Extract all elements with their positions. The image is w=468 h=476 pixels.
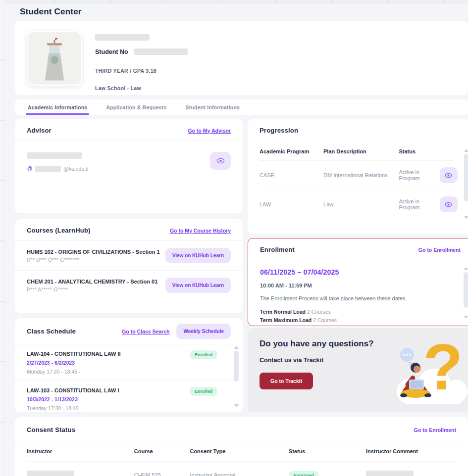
course-instructor: R** D*** Ö*** G******* [27,257,160,263]
view-on-kuhub-learn-button[interactable]: View on KUHub Learn [165,248,231,263]
term-normal-load: Term Normal Load 2 Courses [260,308,451,316]
advisor-info: @ @ku.edu.tr [27,152,89,172]
plan-cell: Law [323,201,399,207]
tab-application-requests[interactable]: Application & Requests [106,99,166,115]
progression-view-button[interactable] [440,196,458,212]
class-schedule-card: Class Schedule Go to Class Search Weekly… [15,318,243,412]
advisor-email-suffix: @ku.edu.tr [63,166,89,172]
questions-card: Do you have any questions? Contact us vi… [248,328,468,412]
instructor-name-redacted [27,471,74,476]
go-to-class-search-link[interactable]: Go to Class Search [122,329,169,334]
enrollment-title: Enrollment [260,246,295,253]
scroll-down-icon[interactable] [464,216,468,219]
tower-illustration [28,32,81,85]
column-academic-program: Academic Program [260,148,323,154]
column-instructor: Instructor [27,448,134,454]
university-tower-image [27,31,82,86]
term-normal-load-label: Term Normal Load [260,309,306,315]
instructor-comment-redacted [366,471,414,476]
tab-student-informations[interactable]: Student Informations [186,99,240,115]
consent-go-to-enrollment-link[interactable]: Go to Enrollment [414,427,456,433]
advisor-view-button[interactable] [210,152,231,170]
class-dates: 2/27/2023 - 6/2/2023 [27,360,223,366]
column-status: Status [289,448,366,454]
at-icon: @ [27,166,33,172]
scroll-thumb[interactable] [464,154,468,201]
consent-status-title: Consent Status [27,426,75,433]
consent-header-row: Instructor Course Consent Type Status In… [27,440,456,462]
enrollment-date-range: 06/11/2025 – 07/04/2025 [260,268,451,276]
scroll-down-icon[interactable] [464,316,468,319]
advisor-card: Advisor Go to My Advisor @ @ku.edu.tr [15,119,243,213]
progression-table: Academic Program Plan Description Status… [248,141,468,219]
progression-header-row: Academic Program Plan Description Status [260,143,453,161]
go-to-enrollment-link[interactable]: Go to Enrollment [418,247,461,253]
view-on-kuhub-learn-button[interactable]: View on KUHub Learn [165,278,231,293]
program-cell: CASE [260,172,323,178]
go-to-course-history-link[interactable]: Go to My Course History [170,228,231,234]
go-to-trackit-button[interactable]: Go to Trackit [260,373,313,389]
course-name: CHEM 201 - ANALYTICAL CHEMISTRY - Sectio… [27,279,157,285]
weekly-schedule-button[interactable]: Weekly Schedule [176,324,231,339]
course-row: HUMS 102 - ORIGINS OF CIVILIZATIONS - Se… [15,241,243,271]
scroll-thumb[interactable] [464,272,468,308]
progression-card: Progression Academic Program Plan Descri… [248,119,468,234]
student-center-page: Student Center Student No THIR [5,3,468,476]
approved-badge: Approved [289,471,318,476]
course-name: HUMS 102 - ORIGINS OF CIVILIZATIONS - Se… [27,249,160,255]
scroll-up-icon[interactable] [464,267,468,270]
schedule-scrollbar[interactable] [234,346,239,407]
plan-cell: DM International Relations [323,172,399,178]
left-column: Advisor Go to My Advisor @ @ku.edu.tr [15,119,243,412]
term-normal-load-value: 2 Courses [307,309,331,315]
window-top-edge [0,0,468,3]
column-plan-description: Plan Description [323,148,399,154]
advisor-name-redacted [27,152,82,159]
questions-title: Do you have any questions? [260,339,374,349]
progression-row: LAW Law Active in Program [260,190,453,219]
term-maximum-load: Term Maximum Load 2 Courses [260,316,451,325]
progression-row: CASE DM International Relations Active i… [260,161,453,190]
enrolled-badge: Enrolled [190,350,217,359]
enrollment-description: The Enrollment Process will take place b… [260,294,409,303]
eye-icon [445,173,452,178]
page-title: Student Center [20,7,468,17]
schedule-row: LAW-104 - CONSTITUTIONAL LAW II 2/27/202… [15,344,243,381]
question-mark-illustration: ? [387,331,468,410]
profile-info: Student No THIRD YEAR / GPA 3.18 Law Sch… [95,31,188,85]
schedule-row: LAW-103 - CONSTITUTIONAL LAW I 10/3/2022… [15,381,243,418]
student-name-redacted [95,34,150,41]
eye-icon [216,158,225,164]
progression-scrollbar[interactable] [464,149,468,219]
course-info: CHEM 201 - ANALYTICAL CHEMISTRY - Sectio… [27,279,157,292]
right-column: Progression Academic Program Plan Descri… [248,119,468,412]
status-cell: Active in Program [399,198,440,210]
scroll-up-icon[interactable] [234,346,239,349]
tab-academic-informations[interactable]: Academic Informations [28,99,87,115]
questions-subtitle: Contact us via Trackit [260,357,374,364]
enrollment-time-range: 10:00 AM - 11:59 PM [260,283,451,288]
progression-view-button[interactable] [440,167,458,183]
advisor-title: Advisor [27,127,52,134]
sidebar-edge [0,0,5,476]
class-schedule-title: Class Schedule [27,328,76,335]
class-time: Tuesday 17:30 - 18:40 - [27,405,223,411]
enrolled-badge: Enrolled [190,387,217,396]
consent-type-cell: Instructor Approval [190,472,288,476]
go-to-my-advisor-link[interactable]: Go to My Advisor [188,128,231,134]
class-time: Monday 17:30 - 18:45 - [27,369,223,375]
scroll-thumb[interactable] [234,351,239,381]
column-course: Course [134,448,190,454]
scroll-up-icon[interactable] [464,149,468,152]
enrollment-scrollbar[interactable] [464,267,468,319]
course-row: CHEM 201 - ANALYTICAL CHEMISTRY - Sectio… [15,271,243,300]
consent-status-card: Consent Status Go to Enrollment Instruct… [15,417,468,476]
program-cell: LAW [260,201,323,207]
courses-title: Courses (LearnHub) [27,227,91,234]
advisor-email-redacted [35,166,61,172]
course-info: HUMS 102 - ORIGINS OF CIVILIZATIONS - Se… [27,249,160,263]
column-instructor-comment: Instructor Comment [366,448,456,454]
courses-card: Courses (LearnHub) Go to My Course Histo… [15,219,243,313]
scroll-down-icon[interactable] [234,404,239,407]
student-no-redacted [134,48,188,55]
